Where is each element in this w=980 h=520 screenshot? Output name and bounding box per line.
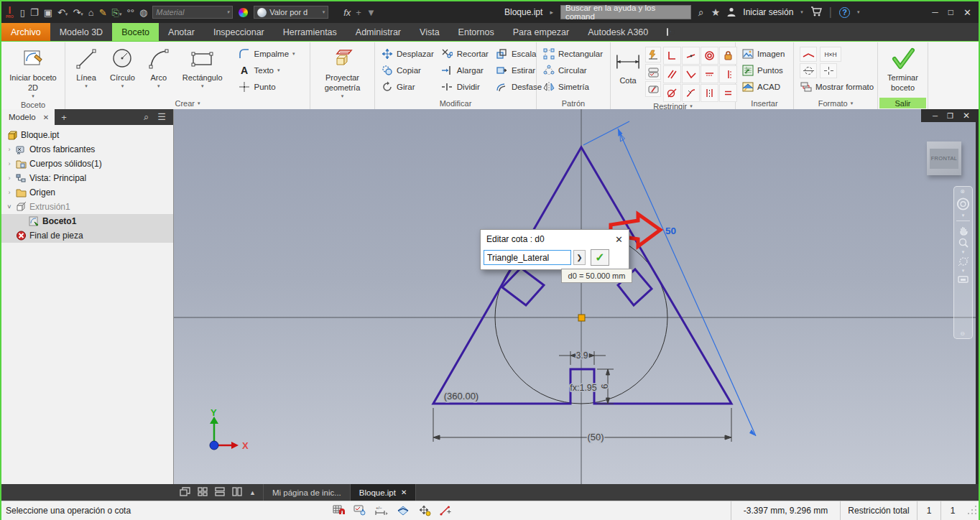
- simetria-button[interactable]: Simetría: [542, 80, 603, 94]
- collapse-dock-icon[interactable]: ▲: [249, 489, 256, 496]
- dimension-display-icon[interactable]: +/−: [374, 503, 389, 518]
- tab-para-empezar[interactable]: Para empezar: [504, 23, 579, 41]
- screencast-camera-icon[interactable]: ▾: [657, 23, 682, 41]
- pan-tool-icon[interactable]: [956, 224, 971, 236]
- tree-item-final-de-pieza[interactable]: Final de pieza: [1, 228, 173, 243]
- look-at-icon[interactable]: [956, 274, 971, 284]
- search-send-icon[interactable]: ⌕: [698, 7, 704, 17]
- notch-width-text[interactable]: 3.9: [576, 350, 588, 361]
- tree-item-document[interactable]: Bloque.ipt: [1, 128, 173, 142]
- acad-button[interactable]: ACAD: [741, 80, 785, 94]
- tile-windows-icon[interactable]: [198, 487, 208, 498]
- tab-vista[interactable]: Vista: [410, 23, 449, 41]
- centerline-icon[interactable]: [800, 63, 817, 78]
- arco-button[interactable]: Arco▾: [144, 45, 174, 91]
- material-dropdown[interactable]: Material▾: [152, 6, 233, 19]
- tree-item-vista-principal[interactable]: › Vista: Principal: [1, 171, 173, 185]
- alargar-button[interactable]: Alargar: [441, 63, 489, 78]
- user-icon[interactable]: [727, 7, 736, 18]
- tree-item-extrusion1[interactable]: ˅ Extrusión1: [1, 200, 173, 214]
- expand-icon[interactable]: ›: [6, 160, 13, 167]
- constraint-concentric-icon[interactable]: [701, 47, 718, 65]
- center-point[interactable]: [578, 315, 585, 321]
- constraint-equal-icon[interactable]: [719, 84, 737, 102]
- home-icon[interactable]: ⌂: [88, 8, 94, 17]
- constraint-settings-icon[interactable]: [645, 64, 661, 80]
- exact-view-update-icon[interactable]: [352, 503, 368, 518]
- free-orbit-icon[interactable]: [956, 256, 971, 267]
- qat-options-icon[interactable]: ▼: [366, 8, 376, 17]
- close-button[interactable]: ✕: [963, 7, 971, 18]
- navbar-options-icon[interactable]: ⊖: [955, 330, 970, 337]
- tab-administrar[interactable]: Administrar: [346, 23, 410, 41]
- orbit-dropdown-icon[interactable]: ▼: [956, 213, 971, 218]
- rectangulo-button[interactable]: Rectángulo▾: [180, 45, 226, 91]
- graphics-canvas[interactable]: (50) (360.00) 3.9 6 f: [174, 109, 976, 484]
- imagen-button[interactable]: Imagen: [741, 47, 785, 61]
- auto-dimension-icon[interactable]: [645, 47, 661, 62]
- puntos-button[interactable]: Puntos: [741, 63, 785, 78]
- desfase-button[interactable]: Desfase: [496, 80, 542, 94]
- store-cart-icon[interactable]: [810, 6, 822, 18]
- empalme-button[interactable]: Empalme▾: [239, 47, 295, 61]
- new-file-icon[interactable]: ▯: [20, 8, 25, 17]
- constraint-collinear-icon[interactable]: [682, 47, 700, 65]
- minimize-button[interactable]: ─: [932, 7, 938, 18]
- tile-horizontal-icon[interactable]: [215, 487, 225, 498]
- base-dimension[interactable]: [433, 408, 731, 442]
- tab-entornos[interactable]: Entornos: [449, 23, 504, 41]
- viewcube[interactable]: FRONTAL: [927, 141, 961, 175]
- iniciar-boceto-button[interactable]: Iniciar boceto 2D▾: [1, 45, 65, 101]
- sign-in-button[interactable]: Iniciar sesión: [743, 7, 793, 17]
- measure-icon[interactable]: °°: [126, 8, 134, 17]
- tab-autodesk-a360[interactable]: Autodesk A360: [578, 23, 657, 41]
- tab-herramientas[interactable]: Herramientas: [274, 23, 346, 41]
- dof-display-icon[interactable]: [417, 503, 433, 518]
- expand-icon[interactable]: ›: [6, 146, 13, 153]
- proyectar-geometria-button[interactable]: Proyectar geometría▾: [310, 45, 374, 101]
- orbit2-dropdown-icon[interactable]: ▼: [956, 269, 971, 273]
- escala-button[interactable]: Escala: [496, 47, 542, 61]
- patron-circular-button[interactable]: Circular: [542, 63, 603, 78]
- navbar-close-icon[interactable]: ⊗: [955, 188, 970, 195]
- punto-button[interactable]: Punto: [239, 80, 295, 94]
- zoom-tool-icon[interactable]: [956, 237, 971, 249]
- appearance-dropdown[interactable]: Valor por d▾: [254, 6, 328, 19]
- dialog-close-icon[interactable]: ✕: [615, 234, 623, 245]
- constraint-parallel-icon[interactable]: [663, 65, 681, 83]
- maximize-button[interactable]: □: [948, 7, 953, 18]
- browser-tab-close-icon[interactable]: ✕: [43, 113, 49, 121]
- patron-rectangular-button[interactable]: Rectangular: [542, 47, 603, 61]
- color-wheel-icon[interactable]: [238, 7, 249, 18]
- cota-button[interactable]: Cota: [613, 45, 643, 88]
- tab-bloque-ipt[interactable]: Bloque.ipt ✕: [350, 484, 417, 501]
- tab-boceto[interactable]: Boceto: [112, 23, 159, 41]
- tree-item-otros-fabricantes[interactable]: › Otros fabricantes: [1, 142, 173, 157]
- viewcube-front-face[interactable]: FRONTAL: [930, 149, 958, 169]
- help-icon[interactable]: ?: [839, 7, 850, 18]
- constraint-perpendicular-icon[interactable]: [682, 65, 700, 83]
- estirar-button[interactable]: Estirar: [496, 63, 542, 78]
- save-icon[interactable]: ▣: [44, 8, 52, 17]
- favorites-star-icon[interactable]: ★: [711, 7, 721, 17]
- copiar-button[interactable]: Copiar: [381, 63, 434, 78]
- doc-close-button[interactable]: ✕: [963, 111, 970, 121]
- constraint-smooth-icon[interactable]: [682, 84, 700, 102]
- resize-grip[interactable]: [966, 506, 976, 516]
- recortar-button[interactable]: Recortar: [441, 47, 489, 61]
- tile-vertical-icon[interactable]: [232, 487, 242, 498]
- sign-in-dropdown-icon[interactable]: ▾: [800, 9, 803, 15]
- angle-dimension-text[interactable]: (360.00): [444, 391, 479, 401]
- browser-add-tab-button[interactable]: +: [55, 112, 73, 123]
- fx-dimension-text[interactable]: fx:1.95: [570, 383, 597, 393]
- mostrar-formato-button[interactable]: Mostrar formato: [800, 80, 874, 94]
- doc-restore-button[interactable]: ❐: [947, 112, 953, 120]
- open-file-icon[interactable]: ❐: [30, 8, 39, 17]
- lateral-dimension-text[interactable]: 50: [665, 226, 676, 236]
- constraint-tangent-icon[interactable]: [663, 84, 681, 102]
- dialog-accept-button[interactable]: ✓: [591, 249, 609, 266]
- desplazar-button[interactable]: Desplazar: [381, 47, 434, 61]
- browser-search-icon[interactable]: ⌕: [144, 111, 149, 123]
- terminar-boceto-button[interactable]: Terminar boceto: [878, 45, 928, 95]
- texto-button[interactable]: A Texto▾: [239, 63, 295, 78]
